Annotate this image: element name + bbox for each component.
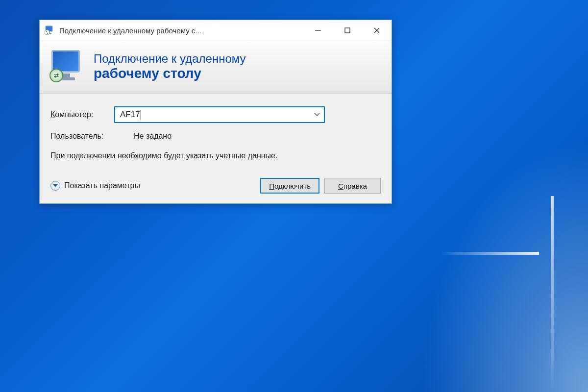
minimize-button[interactable] bbox=[303, 20, 333, 41]
rdp-dialog-window: Подключение к удаленному рабочему с... ⇄… bbox=[39, 20, 392, 204]
body-panel: Компьютер: AF17 Пользователь: Не задано … bbox=[40, 94, 392, 203]
maximize-button[interactable] bbox=[333, 20, 362, 41]
user-label: Пользователь: bbox=[50, 132, 134, 141]
connect-button[interactable]: Подключить bbox=[260, 178, 319, 194]
header-title-line1: Подключение к удаленному bbox=[94, 52, 246, 66]
expand-icon bbox=[50, 181, 60, 191]
computer-label: Компьютер: bbox=[50, 110, 114, 119]
chevron-down-icon[interactable] bbox=[314, 111, 320, 118]
svg-rect-5 bbox=[345, 28, 350, 33]
header-panel: ⇄ Подключение к удаленному рабочему стол… bbox=[40, 41, 392, 94]
computer-input-value: AF17 bbox=[120, 110, 140, 119]
window-title: Подключение к удаленному рабочему с... bbox=[59, 26, 303, 35]
computer-input[interactable]: AF17 bbox=[114, 106, 325, 123]
help-button[interactable]: Справка bbox=[324, 178, 381, 194]
header-title-line2: рабочему столу bbox=[94, 66, 246, 81]
rdp-large-icon: ⇄ bbox=[49, 49, 85, 84]
user-value: Не задано bbox=[134, 132, 172, 141]
show-options-label: Показать параметры bbox=[64, 181, 140, 190]
svg-point-3 bbox=[45, 30, 49, 35]
show-options-toggle[interactable]: Показать параметры bbox=[50, 181, 140, 191]
rdp-app-icon bbox=[45, 25, 55, 36]
titlebar[interactable]: Подключение к удаленному рабочему с... bbox=[40, 20, 392, 41]
info-text: При подключении необходимо будет указать… bbox=[50, 150, 381, 161]
close-button[interactable] bbox=[362, 20, 392, 41]
